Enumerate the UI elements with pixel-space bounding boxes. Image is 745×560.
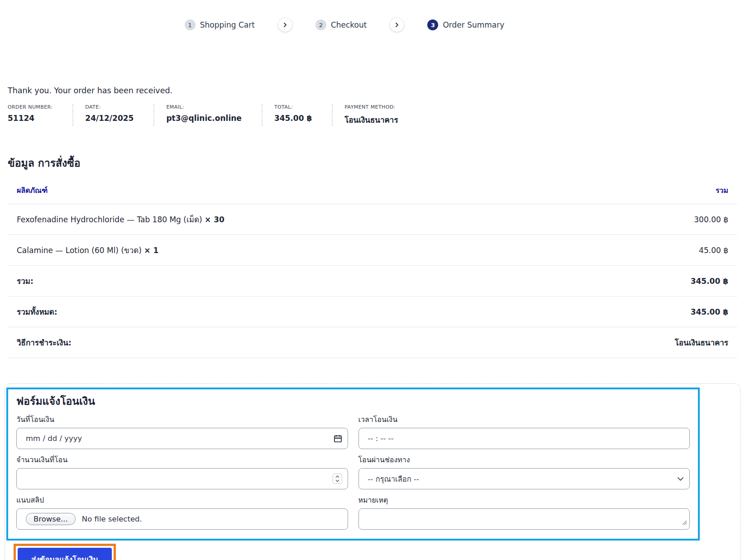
- step-order-summary: 3 Order Summary: [427, 19, 504, 30]
- transfer-channel-label: โอนผ่านช่องทาง: [358, 454, 690, 465]
- transfer-time-input[interactable]: -- : -- --: [358, 428, 690, 449]
- transfer-time-label: เวลาโอนเงิน: [358, 414, 690, 425]
- detail-value: โอนเงินธนาคาร: [344, 114, 398, 126]
- product-column-header: ผลิตภัณฑ์: [8, 180, 372, 204]
- number-stepper-icon[interactable]: [333, 474, 342, 484]
- detail-label: PAYMENT METHOD:: [344, 104, 398, 110]
- detail-value: 24/12/2025: [85, 114, 134, 123]
- product-name: Fexofenadine Hydrochloride — Tab 180 Mg …: [17, 215, 205, 224]
- transfer-date-input[interactable]: mm / dd / yyyy: [16, 428, 348, 449]
- line-total: 45.00 ฿: [372, 235, 737, 266]
- detail-date: DATE: 24/12/2025: [72, 104, 153, 126]
- step-shopping-cart[interactable]: 1 Shopping Cart: [185, 19, 255, 30]
- note-field: หมายเหตุ: [358, 494, 690, 530]
- payment-method-row: วิธีการชำระเงิน: โอนเงินธนาคาร: [8, 327, 737, 358]
- detail-order-number: ORDER NUMBER: 51124: [8, 104, 72, 126]
- total-column-header: รวม: [372, 180, 737, 204]
- line-total: 300.00 ฿: [372, 204, 737, 235]
- file-selected-status: No file selected.: [82, 515, 142, 523]
- step-number-3: 3: [427, 19, 438, 30]
- note-label: หมายเหตุ: [358, 494, 690, 506]
- transfer-amount-input[interactable]: [16, 468, 348, 489]
- checkout-stepper: 1 Shopping Cart 2 Checkout 3 Order Summa…: [0, 0, 689, 32]
- order-items-table: ผลิตภัณฑ์ รวม Fexofenadine Hydrochloride…: [8, 180, 737, 358]
- chevron-down-icon: [677, 477, 684, 481]
- chevron-right-icon: [390, 18, 404, 32]
- grand-total-label: รวมทั้งหมด:: [8, 297, 372, 327]
- slip-upload-field: แนบสลิป Browse... No file selected.: [16, 494, 348, 530]
- channel-selected-option: -- กรุณาเลือก --: [368, 473, 419, 485]
- detail-label: DATE:: [85, 104, 134, 110]
- slip-upload-label: แนบสลิป: [16, 494, 348, 506]
- detail-email: EMAIL: pt3@qlinic.online: [153, 104, 261, 126]
- submit-highlight-annotation: ส่งข้อมูลแจ้งโอนเงิน: [14, 544, 116, 560]
- transfer-channel-field: โอนผ่านช่องทาง -- กรุณาเลือก --: [358, 454, 690, 489]
- product-cell: Calamine — Lotion (60 Ml) (ขวด) × 1: [8, 235, 372, 266]
- step-label-shopping-cart: Shopping Cart: [200, 20, 255, 29]
- transfer-date-label: วันที่โอนเงิน: [16, 414, 348, 425]
- detail-label: ORDER NUMBER:: [8, 104, 53, 110]
- step-number-2: 2: [315, 19, 326, 30]
- detail-payment-method: PAYMENT METHOD: โอนเงินธนาคาร: [332, 104, 418, 126]
- order-details-strip: ORDER NUMBER: 51124 DATE: 24/12/2025 EMA…: [8, 104, 745, 126]
- transfer-form-section: ฟอร์มแจ้งโอนเงิน วันที่โอนเงิน mm / dd /…: [5, 383, 740, 560]
- product-qty: × 1: [144, 246, 158, 255]
- detail-label: TOTAL:: [274, 104, 312, 110]
- detail-value: 51124: [8, 114, 53, 123]
- transfer-channel-select[interactable]: -- กรุณาเลือก --: [358, 468, 690, 489]
- product-qty: × 30: [205, 215, 224, 224]
- transfer-form-title: ฟอร์มแจ้งโอนเงิน: [16, 393, 690, 409]
- step-number-1: 1: [185, 19, 196, 30]
- product-cell: Fexofenadine Hydrochloride — Tab 180 Mg …: [8, 204, 372, 235]
- subtotal-value: 345.00 ฿: [372, 266, 737, 297]
- chevron-right-icon: [278, 18, 292, 32]
- transfer-form-grid: วันที่โอนเงิน mm / dd / yyyy เวลาโอนเงิน…: [16, 414, 690, 530]
- order-info-title: ข้อมูล การสั่งซื้อ: [8, 155, 745, 171]
- transfer-date-field: วันที่โอนเงิน mm / dd / yyyy: [16, 414, 348, 449]
- transfer-form-highlight-box: ฟอร์มแจ้งโอนเงิน วันที่โอนเงิน mm / dd /…: [6, 388, 700, 541]
- product-name: Calamine — Lotion (60 Ml) (ขวด): [17, 246, 144, 255]
- slip-file-input[interactable]: Browse... No file selected.: [16, 508, 348, 530]
- subtotal-row: รวม: 345.00 ฿: [8, 266, 737, 297]
- resize-handle-icon[interactable]: [681, 518, 687, 527]
- detail-total: TOTAL: 345.00 ฿: [262, 104, 332, 126]
- detail-value: pt3@qlinic.online: [166, 114, 241, 123]
- note-textarea[interactable]: [358, 508, 690, 530]
- time-placeholder: -- : -- --: [368, 434, 394, 443]
- grand-total-value: 345.00 ฿: [372, 297, 737, 327]
- payment-method-value: โอนเงินธนาคาร: [372, 327, 737, 358]
- payment-method-label: วิธีการชำระเงิน:: [8, 327, 372, 358]
- detail-value: 345.00 ฿: [274, 114, 312, 123]
- grand-total-row: รวมทั้งหมด: 345.00 ฿: [8, 297, 737, 327]
- table-row: Calamine — Lotion (60 Ml) (ขวด) × 1 45.0…: [8, 235, 737, 266]
- step-label-checkout: Checkout: [331, 20, 367, 29]
- date-placeholder: mm / dd / yyyy: [26, 434, 82, 443]
- transfer-amount-label: จำนวนเงินที่โอน: [16, 454, 348, 465]
- detail-label: EMAIL:: [166, 104, 241, 110]
- submit-transfer-button[interactable]: ส่งข้อมูลแจ้งโอนเงิน: [18, 548, 112, 560]
- calendar-icon[interactable]: [334, 434, 342, 443]
- subtotal-label: รวม:: [8, 266, 372, 297]
- order-received-message: Thank you. Your order has been received.: [8, 85, 745, 96]
- table-row: Fexofenadine Hydrochloride — Tab 180 Mg …: [8, 204, 737, 235]
- step-label-order-summary: Order Summary: [443, 20, 504, 29]
- transfer-amount-field: จำนวนเงินที่โอน: [16, 454, 348, 489]
- transfer-time-field: เวลาโอนเงิน -- : -- --: [358, 414, 690, 449]
- table-header-row: ผลิตภัณฑ์ รวม: [8, 180, 737, 204]
- step-checkout[interactable]: 2 Checkout: [315, 19, 367, 30]
- browse-button[interactable]: Browse...: [26, 513, 76, 525]
